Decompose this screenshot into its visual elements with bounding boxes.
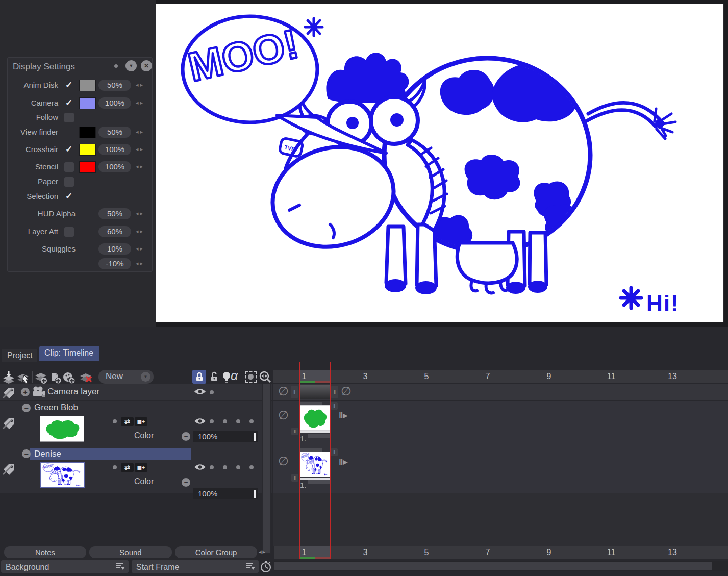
duplicate-layer-icon[interactable]: [48, 370, 62, 384]
playhead-line-right[interactable]: [330, 362, 331, 559]
collapse-minus-icon[interactable]: −: [22, 404, 31, 412]
frame-handle-left[interactable]: ‖: [291, 428, 298, 435]
stepper-arrows-icon[interactable]: ◂▸: [136, 210, 144, 217]
slider-thumb[interactable]: [254, 490, 256, 498]
value-field[interactable]: 50%: [98, 208, 131, 219]
frame-tab[interactable]: [308, 434, 330, 438]
panel-collapse-button[interactable]: ▼: [125, 60, 137, 71]
stepper-arrows-icon[interactable]: ◂▸: [136, 260, 144, 267]
value-field[interactable]: 60%: [98, 226, 131, 237]
layer-thumbnail-denise[interactable]: [40, 462, 85, 488]
color-swatch[interactable]: [79, 144, 96, 156]
alpha-icon[interactable]: α: [231, 368, 238, 383]
lock-open-icon[interactable]: [207, 370, 221, 384]
frame-handle-right[interactable]: ‖: [331, 402, 338, 410]
lock-position-icon[interactable]: [192, 370, 206, 384]
frame-handle-left[interactable]: ‖: [291, 474, 298, 482]
checkmark-icon[interactable]: ✓: [62, 191, 76, 202]
tag-icon[interactable]: [2, 385, 16, 399]
panel-close-button[interactable]: ✕: [141, 60, 152, 71]
stepper-arrows-icon[interactable]: ◂▸: [136, 146, 144, 153]
checkbox[interactable]: [64, 177, 74, 187]
frame-row-green-blob[interactable]: [273, 401, 728, 447]
start-frame-dropdown[interactable]: Start Frame: [132, 560, 259, 573]
drawing-canvas[interactable]: TVP MOO!: [156, 4, 723, 322]
hold-frames-icon[interactable]: ‖▸: [339, 457, 347, 467]
option-dot[interactable]: [210, 390, 214, 394]
add-color-layer-icon[interactable]: [62, 370, 76, 384]
layer-thumbnail-green-blob[interactable]: [40, 416, 84, 442]
frame-ruler-bottom[interactable]: [274, 546, 728, 559]
opacity-slider[interactable]: 100%: [193, 431, 258, 442]
panel-pin-dot[interactable]: [114, 64, 118, 68]
layer-list-scrollbar-thumb[interactable]: [263, 384, 270, 553]
blend-mode-label[interactable]: Color: [134, 431, 154, 440]
option-dot[interactable]: [113, 465, 117, 469]
checkmark-icon[interactable]: ✓: [62, 144, 76, 155]
instance-mode-icon[interactable]: ⇄: [121, 417, 134, 426]
frame-tab[interactable]: [308, 480, 330, 484]
tab-clip-timeline[interactable]: Clip: Timeline: [39, 346, 99, 361]
color-swatch[interactable]: [79, 97, 96, 109]
stepper-arrows-icon[interactable]: ◂▸: [259, 548, 266, 555]
playhead-line-left[interactable]: [299, 362, 300, 559]
value-field[interactable]: 100%: [98, 161, 131, 172]
add-image-icon[interactable]: ◼+: [135, 463, 147, 472]
opacity-slider[interactable]: 100%: [193, 488, 258, 499]
new-layer-dropdown[interactable]: New ▼: [98, 370, 154, 384]
option-dot[interactable]: [113, 419, 117, 423]
layer-name-camera[interactable]: Camera layer: [47, 387, 99, 397]
frame-row-denise[interactable]: [273, 447, 728, 493]
slider-thumb[interactable]: [254, 433, 256, 441]
value-field[interactable]: 100%: [98, 97, 131, 109]
option-dot[interactable]: [236, 465, 240, 469]
stepper-arrows-icon[interactable]: ◂▸: [136, 82, 144, 88]
layer-name-green-blob[interactable]: Green Blob: [34, 403, 78, 413]
checkmark-icon[interactable]: ✓: [62, 97, 76, 108]
stepper-arrows-icon[interactable]: ◂▸: [136, 163, 144, 170]
checkmark-icon[interactable]: ✓: [62, 80, 76, 90]
checkbox[interactable]: [64, 162, 74, 172]
selection-marquee-icon[interactable]: [245, 371, 257, 383]
blend-mode-label[interactable]: Color: [134, 477, 154, 486]
eye-icon[interactable]: [194, 388, 206, 395]
stopwatch-icon[interactable]: [259, 560, 272, 573]
stepper-arrows-icon[interactable]: ◂▸: [136, 129, 144, 135]
stack-layers-icon[interactable]: [2, 370, 15, 384]
value-field[interactable]: 50%: [98, 127, 131, 138]
frame-handle-right[interactable]: ‖: [331, 448, 338, 456]
eye-icon[interactable]: [194, 417, 206, 425]
add-layer-icon[interactable]: [34, 370, 48, 384]
value-field[interactable]: 50%: [98, 80, 131, 91]
stepper-arrows-icon[interactable]: ◂▸: [136, 228, 144, 235]
opacity-minus-icon[interactable]: −: [182, 478, 190, 487]
expand-plus-icon[interactable]: +: [21, 388, 30, 396]
frame-handle-right[interactable]: ‖: [331, 386, 338, 398]
frame-thumbnail-green-blob[interactable]: [299, 405, 330, 431]
value-field[interactable]: 100%: [98, 144, 131, 155]
background-dropdown[interactable]: Background: [1, 560, 129, 573]
add-image-icon[interactable]: ◼+: [135, 417, 147, 426]
color-group-button[interactable]: Color Group: [175, 546, 257, 558]
eye-icon[interactable]: [194, 463, 206, 471]
opacity-minus-icon[interactable]: −: [182, 432, 190, 441]
color-swatch[interactable]: [79, 127, 96, 138]
layer-name-denise[interactable]: Denise: [34, 449, 61, 459]
tab-project[interactable]: Project: [2, 349, 37, 362]
color-swatch[interactable]: [79, 161, 96, 173]
option-dot[interactable]: [223, 465, 227, 469]
option-dot[interactable]: [249, 419, 254, 423]
option-dot[interactable]: [210, 419, 214, 423]
option-dot[interactable]: [210, 465, 214, 469]
collapse-minus-icon[interactable]: −: [22, 449, 31, 458]
camera-frame-cell[interactable]: [299, 385, 330, 399]
option-dot[interactable]: [223, 419, 227, 423]
sound-button[interactable]: Sound: [89, 546, 172, 558]
frame-handle-left[interactable]: ‖: [291, 386, 298, 398]
stepper-arrows-icon[interactable]: ◂▸: [136, 245, 144, 252]
color-swatch[interactable]: [79, 80, 96, 91]
timeline-hscrollbar-thumb[interactable]: [274, 562, 712, 570]
checkbox[interactable]: [64, 227, 74, 237]
option-dot[interactable]: [249, 465, 254, 469]
notes-button[interactable]: Notes: [4, 546, 86, 558]
